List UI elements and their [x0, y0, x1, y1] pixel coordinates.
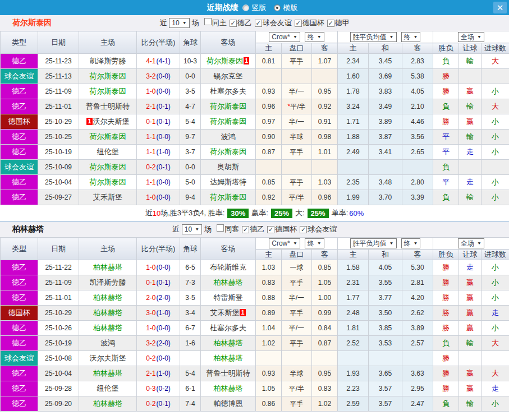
team-name[interactable]: 荷尔斯泰因	[210, 117, 246, 126]
result-verdict-cell: 贏	[459, 366, 482, 381]
team-name[interactable]: 柏林赫塔	[214, 278, 243, 287]
result-verdict-cell: 勝	[433, 84, 459, 99]
filter-checkbox[interactable]	[204, 18, 212, 25]
col-header-result: 胜负	[433, 43, 459, 54]
match-count-select[interactable]: 10▼	[169, 18, 189, 28]
team-name[interactable]: 帕德博恩	[214, 399, 243, 408]
match-row: 德乙25-09-28纽伦堡0-3(0-2)6-1柏林赫塔1.05平/半0.832…	[1, 381, 509, 396]
team-name[interactable]: 柏林赫塔	[93, 399, 122, 408]
handicap-odds-cell	[256, 160, 282, 175]
layout-vertical-radio[interactable]	[242, 4, 249, 11]
filter-checkbox-label: 德国杯	[302, 19, 324, 27]
team-name[interactable]: 柏林赫塔	[93, 263, 122, 271]
final-odds-select[interactable]: 终▼	[401, 32, 421, 42]
final-odds-select[interactable]: 终▼	[401, 238, 421, 248]
filter-checkbox[interactable]: ✓	[230, 20, 237, 27]
handicap-line-cell: 半/一	[282, 290, 312, 306]
avg-odds-cell: 3.48	[369, 175, 402, 190]
filter-checkbox[interactable]: ✓	[295, 20, 302, 27]
odds-company-select[interactable]: Crow*▼	[269, 32, 300, 42]
team-name[interactable]: 纽伦堡	[97, 384, 119, 393]
team-name[interactable]: 荷尔斯泰因	[90, 87, 126, 95]
handicap-line-cell: 一球	[282, 260, 312, 275]
filter-checkbox[interactable]: ✓	[300, 226, 307, 233]
filter-checkbox[interactable]: ✓	[255, 20, 262, 27]
team-name[interactable]: 柏林赫塔	[214, 354, 243, 362]
fulltime-select[interactable]: 全场▼	[458, 32, 484, 42]
layout-horizontal-radio[interactable]	[274, 4, 281, 11]
team-name[interactable]: 荷尔斯泰因	[90, 132, 126, 141]
team-cell: 纽伦堡	[79, 145, 137, 160]
col-header-handicap-away: 客	[312, 43, 338, 54]
team-name[interactable]: 荷尔斯泰因	[90, 72, 126, 80]
team-cell: 荷尔斯泰因	[201, 145, 256, 160]
team-name[interactable]: 柏林赫塔	[93, 293, 122, 302]
filter-checkbox[interactable]	[217, 224, 224, 232]
team-name[interactable]: 柏林赫塔	[93, 369, 122, 377]
final-odds-select[interactable]: 终▼	[305, 238, 324, 248]
filter-checkbox[interactable]: ✓	[327, 20, 334, 27]
halftime-score: (0-1)	[157, 103, 171, 110]
avg-odds-cell: 3.50	[369, 306, 402, 321]
fulltime-select[interactable]: 全场▼	[458, 238, 484, 248]
close-icon[interactable]: ✕	[493, 2, 507, 13]
team-name[interactable]: 布轮斯维克	[210, 263, 246, 271]
team-name[interactable]: 沃尔夫斯堡	[90, 354, 126, 362]
filter-checkbox-label: 球会友谊	[308, 225, 337, 233]
avg-odds-cell: 1.77	[338, 290, 369, 306]
handicap-odds-cell: 1.01	[312, 145, 338, 160]
team-name[interactable]: 沃尔夫斯堡	[93, 117, 130, 126]
team-name[interactable]: 柏林赫塔	[214, 384, 243, 393]
avg-odds-cell: 5.38	[402, 69, 433, 84]
team-name[interactable]: 荷尔斯泰因	[90, 163, 126, 171]
layout-horizontal-label[interactable]: 横版	[283, 3, 298, 13]
col-header-goals: 进球数	[482, 43, 509, 54]
team-name[interactable]: 艾禾斯堡	[210, 308, 239, 317]
team-name[interactable]: 杜塞尔多夫	[210, 324, 246, 332]
team-cell: 凯泽斯劳滕	[79, 275, 137, 290]
team-name[interactable]: 特雷斯登	[214, 293, 243, 302]
halftime-score: (0-0)	[157, 193, 171, 201]
avg-odds-cell: 3.55	[369, 275, 402, 290]
team-name[interactable]: 凯泽斯劳滕	[90, 278, 126, 287]
team-name[interactable]: 锡尔克堡	[214, 72, 243, 80]
team-name[interactable]: 荷尔斯泰因	[90, 178, 126, 186]
team-name[interactable]: 纽伦堡	[97, 147, 119, 156]
avg-odds-select[interactable]: 胜平负均值▼	[350, 32, 397, 42]
score-cell: 1-1(1-0)	[137, 145, 180, 160]
handicap-odds-cell	[256, 69, 282, 84]
result-verdict-cell: 小	[482, 290, 509, 306]
match-date: 25-10-19	[38, 145, 79, 160]
team-name[interactable]: 柏林赫塔	[93, 324, 122, 332]
team-name[interactable]: 达姆斯塔特	[210, 178, 246, 186]
team-name[interactable]: 杜塞尔多夫	[210, 87, 246, 95]
team-name[interactable]: 波鸿	[221, 132, 236, 141]
team-name[interactable]: 波鸿	[100, 339, 115, 347]
match-type-badge: 球会友谊	[1, 160, 38, 175]
team-name[interactable]: 凯泽斯劳滕	[90, 57, 126, 65]
team-name[interactable]: 普鲁士明斯特	[86, 102, 130, 110]
team-name[interactable]: 普鲁士明斯特	[207, 369, 250, 377]
match-row: 德乙25-10-04柏林赫塔2-1(1-0)5-4普鲁士明斯特0.93半球0.9…	[1, 366, 509, 381]
match-count-select[interactable]: 10▼	[182, 224, 202, 234]
chevron-down-icon: ▼	[477, 240, 482, 246]
filter-checkbox[interactable]: ✓	[267, 226, 274, 233]
team-name[interactable]: 柏林赫塔	[214, 339, 243, 347]
final-odds-select[interactable]: 终▼	[305, 32, 324, 42]
team-name[interactable]: 艾禾斯堡	[93, 193, 122, 201]
filter-checkbox[interactable]: ✓	[242, 226, 249, 233]
odds-company-select[interactable]: Crow*▼	[269, 238, 300, 248]
avg-odds-cell: 2.10	[402, 99, 433, 114]
team-name[interactable]: 荷尔斯泰因	[210, 147, 246, 156]
team-name[interactable]: 柏林赫塔	[93, 308, 122, 317]
chevron-down-icon: ▼	[182, 20, 187, 26]
match-type-badge: 德乙	[1, 190, 38, 205]
team-name[interactable]: 奥胡斯	[217, 163, 239, 171]
handicap-line-cell: 半/一	[282, 321, 312, 336]
layout-vertical-label[interactable]: 竖版	[252, 3, 267, 13]
team-name[interactable]: 荷尔斯泰因	[207, 57, 243, 65]
team-name[interactable]: 荷尔斯泰因	[210, 193, 246, 201]
avg-odds-select[interactable]: 胜平负均值▼	[350, 238, 397, 248]
team-name[interactable]: 荷尔斯泰因	[210, 102, 246, 110]
chevron-down-icon: ▼	[477, 34, 482, 40]
